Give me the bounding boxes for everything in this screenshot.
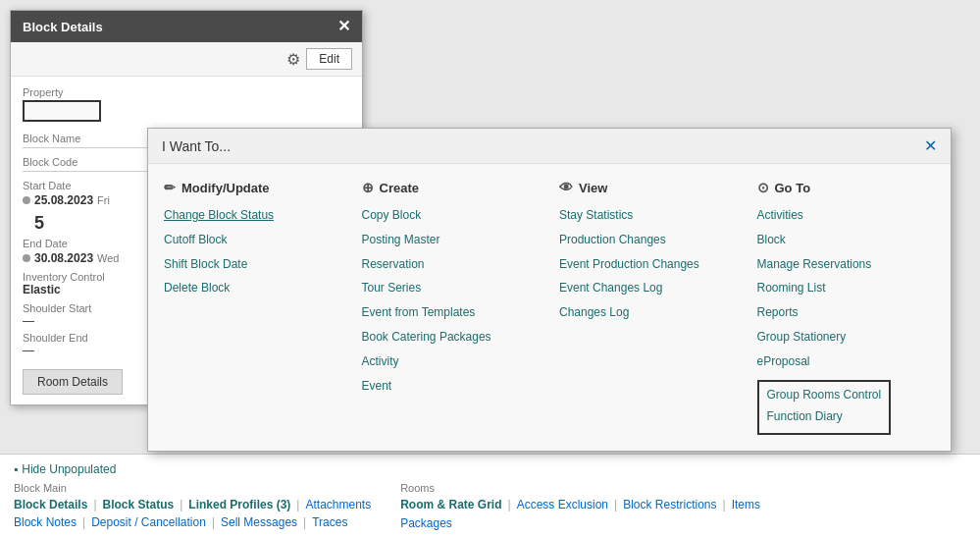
modify-update-title: Modify/Update: [181, 181, 270, 195]
event-link[interactable]: Event: [362, 378, 541, 395]
start-date-bullet: 25.08.2023 Fri: [23, 193, 110, 207]
block-restrictions-link[interactable]: Block Restrictions: [623, 498, 716, 511]
block-details-close-icon[interactable]: ✕: [337, 19, 350, 34]
items-link[interactable]: Items: [732, 498, 760, 511]
event-from-templates-link[interactable]: Event from Templates: [362, 304, 541, 321]
manage-reservations-link[interactable]: Manage Reservations: [757, 256, 936, 273]
event-changes-log-link[interactable]: Event Changes Log: [559, 280, 738, 296]
goto-title: Go To: [775, 181, 811, 195]
iwantto-title: I Want To...: [162, 138, 231, 154]
modify-update-header: ✏ Modify/Update: [164, 180, 342, 195]
delete-block-link[interactable]: Delete Block: [164, 280, 342, 296]
block-details-link[interactable]: Block Details: [14, 498, 87, 511]
room-details-button[interactable]: Room Details: [23, 369, 123, 395]
block-details-title: Block Details: [23, 20, 103, 34]
traces-link[interactable]: Traces: [312, 515, 347, 529]
highlighted-goto-items: Group Rooms Control Function Diary: [757, 380, 892, 435]
block-number: 5: [34, 213, 44, 233]
pencil-icon: ✏: [164, 180, 176, 195]
view-title: View: [579, 181, 607, 195]
iwantto-header: I Want To... ✕: [148, 129, 951, 164]
rooms-section: Rooms Room & Rate Grid | Access Exclusio…: [400, 482, 760, 530]
plus-circle-icon: ⊕: [362, 180, 374, 195]
gear-icon[interactable]: ⚙: [286, 50, 300, 69]
iwantto-body: ✏ Modify/Update Change Block Status Cuto…: [148, 164, 951, 451]
eproposal-link[interactable]: eProposal: [757, 353, 936, 370]
posting-master-link[interactable]: Posting Master: [362, 232, 541, 248]
end-date-value: 30.08.2023: [34, 251, 93, 265]
eye-icon: 👁: [559, 180, 573, 195]
change-block-status-link[interactable]: Change Block Status: [164, 207, 342, 224]
bottom-sections: Block Main Block Details | Block Status …: [14, 482, 966, 530]
block-main-label: Block Main: [14, 482, 371, 494]
cutoff-block-link[interactable]: Cutoff Block: [164, 232, 342, 248]
create-header: ⊕ Create: [362, 180, 541, 195]
circle-arrow-icon: ⊙: [757, 180, 769, 195]
linked-profiles-link[interactable]: Linked Profiles (3): [188, 498, 290, 511]
iwantto-modal: I Want To... ✕ ✏ Modify/Update Change Bl…: [147, 128, 952, 452]
room-rate-grid-link[interactable]: Room & Rate Grid: [400, 498, 501, 511]
block-notes-link[interactable]: Block Notes: [14, 515, 77, 529]
access-exclusion-link[interactable]: Access Exclusion: [517, 498, 608, 511]
block-main-links-2: Block Notes | Deposit / Cancellation | S…: [14, 515, 371, 529]
property-value: [23, 100, 101, 122]
edit-button[interactable]: Edit: [306, 48, 352, 70]
tour-series-link[interactable]: Tour Series: [362, 280, 541, 296]
end-date-item: End Date 30.08.2023 Wed: [23, 238, 119, 265]
end-date-label: End Date: [23, 238, 119, 249]
block-main-links: Block Details | Block Status | Linked Pr…: [14, 498, 371, 511]
goto-column: ⊙ Go To Activities Block Manage Reservat…: [757, 180, 936, 435]
minus-icon: ▪: [14, 462, 18, 476]
end-date-bullet-icon: [23, 254, 30, 262]
start-date-day: Fri: [97, 194, 110, 206]
end-date-day: Wed: [97, 252, 119, 264]
packages-link[interactable]: Packages: [400, 516, 452, 530]
book-catering-packages-link[interactable]: Book Catering Packages: [362, 329, 541, 346]
start-date-item: Start Date 25.08.2023 Fri: [23, 180, 110, 207]
start-date-label: Start Date: [23, 180, 110, 191]
shift-block-date-link[interactable]: Shift Block Date: [164, 256, 342, 273]
attachments-link[interactable]: Attachments: [305, 498, 371, 511]
activity-link[interactable]: Activity: [362, 353, 541, 370]
block-details-toolbar: ⚙ Edit: [11, 42, 362, 77]
modify-update-column: ✏ Modify/Update Change Block Status Cuto…: [164, 180, 342, 435]
block-details-header: Block Details ✕: [11, 11, 362, 42]
create-column: ⊕ Create Copy Block Posting Master Reser…: [362, 180, 541, 435]
hide-unpopulated-label: Hide Unpopulated: [22, 462, 116, 476]
reservation-link[interactable]: Reservation: [362, 256, 541, 273]
start-date-bullet-icon: [23, 196, 30, 204]
end-date-bullet: 30.08.2023 Wed: [23, 251, 119, 265]
copy-block-link[interactable]: Copy Block: [362, 207, 541, 224]
stay-statistics-link[interactable]: Stay Statistics: [559, 207, 738, 224]
reports-link[interactable]: Reports: [757, 304, 936, 321]
view-header: 👁 View: [559, 180, 738, 195]
production-changes-link[interactable]: Production Changes: [559, 232, 738, 248]
rooming-list-link[interactable]: Rooming List: [757, 280, 936, 296]
activities-link[interactable]: Activities: [757, 207, 936, 224]
group-rooms-control-link[interactable]: Group Rooms Control: [767, 386, 882, 404]
property-field: Property: [23, 86, 350, 125]
property-label: Property: [23, 86, 350, 98]
block-status-link[interactable]: Block Status: [103, 498, 175, 511]
create-title: Create: [380, 181, 419, 195]
rooms-links: Room & Rate Grid | Access Exclusion | Bl…: [400, 498, 760, 511]
function-diary-link[interactable]: Function Diary: [767, 407, 882, 425]
bottom-bar: ▪ Hide Unpopulated Block Main Block Deta…: [0, 454, 980, 538]
group-stationery-link[interactable]: Group Stationery: [757, 329, 936, 346]
changes-log-link[interactable]: Changes Log: [559, 304, 738, 321]
goto-header: ⊙ Go To: [757, 180, 936, 195]
deposit-cancellation-link[interactable]: Deposit / Cancellation: [91, 515, 206, 529]
iwantto-close-icon[interactable]: ✕: [924, 136, 937, 155]
view-column: 👁 View Stay Statistics Production Change…: [559, 180, 738, 435]
event-production-changes-link[interactable]: Event Production Changes: [559, 256, 738, 273]
rooms-links-2: Packages: [400, 515, 760, 530]
rooms-label: Rooms: [400, 482, 760, 494]
block-link[interactable]: Block: [757, 232, 936, 248]
hide-unpopulated-toggle[interactable]: ▪ Hide Unpopulated: [14, 462, 966, 476]
block-main-section: Block Main Block Details | Block Status …: [14, 482, 371, 530]
sell-messages-link[interactable]: Sell Messages: [221, 515, 297, 529]
start-date-value: 25.08.2023: [34, 193, 93, 207]
